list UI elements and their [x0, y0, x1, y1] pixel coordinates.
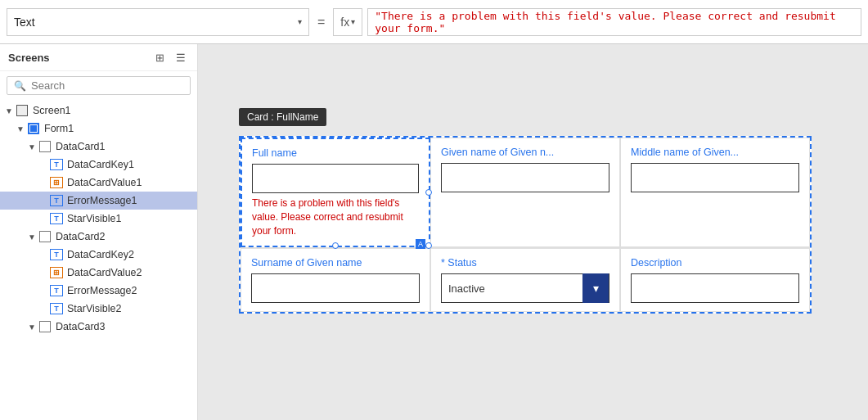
property-select[interactable]: Text ▾: [7, 8, 309, 36]
resize-handle-mid-right[interactable]: [425, 189, 432, 196]
expand-datacard3[interactable]: ▼: [26, 323, 38, 332]
resize-label: A: [416, 239, 425, 249]
form-cell-fullname[interactable]: Full name There is a problem with this f…: [241, 138, 430, 247]
text-icon: T: [49, 212, 64, 225]
sidebar: Screens ⊞ ☰ 🔍 ▼ Screen1 ▼ Form1: [0, 44, 198, 420]
toolbar: Text ▾ = fx ▾ "There is a problem with t…: [0, 0, 868, 44]
input-givenname[interactable]: [441, 163, 609, 192]
search-input[interactable]: [31, 79, 183, 92]
list-view-icon[interactable]: ☰: [173, 51, 189, 64]
tree-item-starvisible2[interactable]: T StarVisible2: [0, 300, 197, 318]
tree-label-datacardvalue1: DataCardValue1: [67, 177, 142, 188]
label-givenname: Given name of Given n...: [441, 147, 609, 158]
text-icon: T: [49, 194, 64, 207]
tree-label-datacard3: DataCard3: [56, 321, 105, 332]
label-surname: Surname of Given name: [251, 257, 420, 269]
form-cell-middlename[interactable]: Middle name of Given...: [620, 138, 810, 247]
tree-label-errormessage2: ErrorMessage2: [67, 285, 137, 296]
form-cell-description[interactable]: Description: [620, 248, 810, 312]
fx-chevron-icon: ▾: [351, 17, 355, 26]
tree-item-datacardvalue1[interactable]: ⊞ DataCardValue1: [0, 174, 197, 192]
fx-button[interactable]: fx ▾: [333, 8, 362, 36]
tree-item-errormessage1[interactable]: T ErrorMessage1: [0, 192, 197, 210]
tree-label-screen1: Screen1: [33, 105, 71, 116]
canvas[interactable]: Card : FullName Full name There is a pro…: [198, 44, 868, 420]
text-icon: T: [49, 158, 64, 171]
form-cell-givenname[interactable]: Given name of Given n...: [430, 138, 620, 247]
status-select-value: Inactive: [442, 282, 582, 295]
sidebar-search-bar[interactable]: 🔍: [7, 76, 191, 95]
text-icon3: T: [49, 284, 64, 297]
tree-item-datacard2[interactable]: ▼ DataCard2: [0, 228, 197, 246]
input-description[interactable]: [631, 273, 799, 303]
datacard2-icon: [38, 230, 52, 243]
chevron-down-icon: ▾: [298, 17, 302, 26]
text-icon4: T: [49, 302, 64, 315]
input-fullname[interactable]: [252, 164, 419, 193]
grid-view-icon[interactable]: ⊞: [151, 51, 168, 64]
label-status: * Status: [441, 257, 609, 269]
tree-item-screen1[interactable]: ▼ Screen1: [0, 102, 197, 120]
resize-handle-bottom-left[interactable]: [332, 242, 339, 249]
input-middlename[interactable]: [631, 163, 799, 192]
dcvalue2-icon: ⊞: [49, 266, 64, 279]
expand-datacardvalue1: [38, 178, 49, 187]
error-fullname: There is a problem with this field's val…: [252, 196, 419, 237]
fx-label: fx: [340, 16, 349, 29]
tree-item-datacardvalue2[interactable]: ⊞ DataCardValue2: [0, 264, 197, 282]
tree-label-datacardkey1: DataCardKey1: [67, 159, 134, 170]
sidebar-header-icons: ⊞ ☰: [151, 51, 189, 64]
dcvalue-icon: ⊞: [49, 176, 64, 189]
status-select[interactable]: Inactive ▾: [441, 273, 609, 303]
main-layout: Screens ⊞ ☰ 🔍 ▼ Screen1 ▼ Form1: [0, 44, 868, 420]
tree: ▼ Screen1 ▼ Form1 ▼ DataCard1 T DataCard…: [0, 100, 197, 420]
tree-item-datacard1[interactable]: ▼ DataCard1: [0, 138, 197, 156]
sidebar-title: Screens: [8, 52, 50, 64]
tree-label-form1: Form1: [44, 123, 74, 134]
tree-label-datacardkey2: DataCardKey2: [67, 249, 134, 260]
datacard-icon: [38, 140, 52, 153]
tree-item-datacardkey1[interactable]: T DataCardKey1: [0, 156, 197, 174]
property-select-value: Text: [14, 16, 291, 29]
tree-item-form1[interactable]: ▼ Form1: [0, 120, 197, 138]
expand-datacardkey2: [38, 251, 49, 260]
tree-label-starvisible1: StarVisible1: [67, 213, 121, 224]
input-surname[interactable]: [251, 273, 420, 303]
label-middlename: Middle name of Given...: [631, 147, 799, 158]
tree-item-errormessage2[interactable]: T ErrorMessage2: [0, 282, 197, 300]
tree-label-datacard1: DataCard1: [56, 141, 105, 152]
tree-label-errormessage1: ErrorMessage1: [67, 195, 137, 206]
tree-label-starvisible2: StarVisible2: [67, 303, 121, 314]
expand-starvisible1: [38, 215, 49, 224]
tree-label-datacardvalue2: DataCardValue2: [67, 267, 142, 278]
expand-errormessage2: [38, 287, 49, 296]
tree-item-datacard3[interactable]: ▼ DataCard3: [0, 318, 197, 336]
expand-errormessage1: [38, 196, 49, 205]
expand-datacardvalue2: [38, 269, 49, 278]
tree-item-starvisible1[interactable]: T StarVisible1: [0, 210, 197, 228]
tree-label-datacard2: DataCard2: [56, 231, 105, 242]
sidebar-header: Screens ⊞ ☰: [0, 44, 197, 71]
expand-form1[interactable]: ▼: [15, 124, 26, 133]
formula-value: "There is a problem with this field's va…: [375, 10, 854, 34]
formula-bar[interactable]: "There is a problem with this field's va…: [367, 8, 861, 36]
screen-icon: [15, 104, 29, 117]
card-tooltip: Card : FullName: [239, 108, 326, 126]
expand-datacardkey1: [38, 160, 49, 169]
label-fullname: Full name: [252, 147, 419, 159]
form-icon: [26, 122, 41, 135]
equals-symbol: =: [314, 15, 328, 29]
tree-item-datacardkey2[interactable]: T DataCardKey2: [0, 246, 197, 264]
status-dropdown-arrow[interactable]: ▾: [582, 273, 609, 303]
label-description: Description: [631, 257, 799, 269]
form-cell-surname[interactable]: Surname of Given name: [241, 248, 430, 312]
form-cell-status[interactable]: * Status Inactive ▾: [430, 248, 620, 312]
expand-starvisible2: [38, 305, 49, 314]
expand-screen1[interactable]: ▼: [3, 106, 15, 115]
datacard3-icon: [38, 320, 52, 333]
text-icon2: T: [49, 248, 64, 261]
expand-datacard2[interactable]: ▼: [26, 233, 38, 242]
search-icon: 🔍: [14, 80, 26, 92]
expand-datacard1[interactable]: ▼: [26, 142, 38, 151]
